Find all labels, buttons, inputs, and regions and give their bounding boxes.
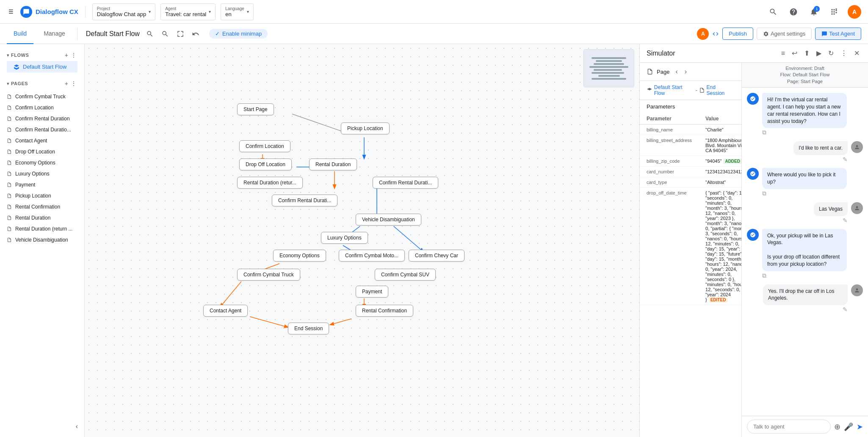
add-icon[interactable]: ⊕ [834,422,840,431]
flow-node-confirm-cymbal-truck[interactable]: Confirm Cymbal Truck [237,269,300,281]
flow-node-drop-off-location[interactable]: Drop Off Location [239,159,292,170]
search-button[interactable] [766,5,780,19]
minimap-line [596,60,622,62]
sidebar-collapse-button[interactable]: ‹ [72,421,81,432]
flow-menu-icon[interactable]: ⋮ [70,51,77,59]
edit-icon[interactable]: ✎ [843,306,848,313]
flow-canvas[interactable]: Start PagePickup LocationConfirm Locatio… [85,44,639,437]
flow-node-confirm-cymbal-moto[interactable]: Confirm Cymbal Moto... [339,250,405,262]
flow-node-rental-duration[interactable]: Rental Duration [309,159,357,170]
flow-node-end-session[interactable]: End Session [288,323,329,334]
page-item-icon [7,237,12,242]
flow-node-luxury-options[interactable]: Luxury Options [321,232,368,244]
sidebar-page-item[interactable]: Rental Confirmation [0,201,84,212]
flow-node-confirm-rental-durat-1[interactable]: Confirm Rental Durati... [373,177,438,189]
language-dropdown[interactable]: Language en ▾ [221,3,254,20]
sidebar-page-item[interactable]: Economy Options [0,157,84,168]
flow-node-contact-agent[interactable]: Contact Agent [203,305,248,317]
sidebar-page-item[interactable]: Luxury Options [0,168,84,179]
project-dropdown[interactable]: Project Dialogflow Chat app ▾ [92,3,155,20]
flow-node-start-page[interactable]: Start Page [237,103,274,115]
flow-node-rental-confirmation[interactable]: Rental Confirmation [356,305,413,317]
copy-icon[interactable]: ⧉ [762,272,766,279]
sim-list-icon[interactable]: ≡ [780,48,787,59]
minimap-line [594,69,622,71]
sidebar-page-item[interactable]: Confirm Cymbal Truck [0,91,84,102]
flow-node-confirm-cymbal-suv[interactable]: Confirm Cymbal SUV [375,269,436,281]
chat-message-user: I'd like to rent a car. ✎ [747,141,863,163]
agent-bubble: Where would you like to pick it up? [762,168,847,189]
minimap-line [592,72,624,74]
flow-node-confirm-chevy-car[interactable]: Confirm Chevy Car [409,250,464,262]
minimap-toggle[interactable]: ✓ Enable minimap [209,29,268,39]
sidebar-page-item[interactable]: Contact Agent [0,135,84,146]
sidebar-page-item[interactable]: Confirm Location [0,102,84,113]
zoom-magnify-icon[interactable] [143,27,157,41]
manage-tab[interactable]: Manage [37,24,72,44]
build-tab[interactable]: Build [7,24,33,44]
topbar-right: 1 A [766,5,861,19]
chat-input[interactable] [747,420,831,434]
test-agent-button[interactable]: Test Agent [815,28,861,40]
sidebar-page-item[interactable]: Payment [0,179,84,190]
flow-node-economy-options[interactable]: Economy Options [273,250,326,262]
sidebar-page-item[interactable]: Pickup Location [0,190,84,201]
value-col-header: Value [699,113,742,125]
sim-more-icon[interactable]: ⋮ [839,47,849,59]
breadcrumb-separator: - [696,87,697,93]
sim-undo-icon[interactable]: ↩ [790,47,799,59]
help-button[interactable] [787,5,800,19]
params-next-button[interactable]: › [682,67,689,76]
sim-export-icon[interactable]: ⬆ [802,47,811,59]
flow-node-payment[interactable]: Payment [356,286,388,298]
svg-line-13 [250,317,288,327]
breadcrumb-flow-link[interactable]: Default Start Flow [654,84,694,96]
sim-play-icon[interactable]: ▶ [815,47,823,59]
mic-icon[interactable]: 🎤 [844,422,853,431]
settings-label: Agent settings [771,31,805,37]
params-prev-button[interactable]: ‹ [673,67,680,76]
sidebar-page-item[interactable]: Rental Duration (return ... [0,223,84,234]
sim-close-icon[interactable]: ✕ [852,47,861,59]
agent-dropdown[interactable]: Agent Travel: car rental ▾ [160,3,216,20]
secondbar-avatar[interactable]: A [697,28,709,40]
send-icon[interactable]: ➤ [857,422,863,431]
add-flow-icon[interactable]: + [64,51,69,59]
copy-icon[interactable]: ⧉ [762,129,766,136]
sidebar-page-item[interactable]: Confirm Rental Duratio... [0,124,84,135]
flow-node-confirm-rental-durat-2[interactable]: Confirm Rental Durati... [272,195,337,206]
sim-refresh-icon[interactable]: ↻ [827,47,835,59]
undo-icon[interactable] [189,27,202,41]
page-item-icon [7,226,12,231]
sidebar-page-item[interactable]: Drop Off Location [0,146,84,157]
page-menu-icon[interactable]: ⋮ [70,79,77,88]
agent-avatar [747,168,759,180]
flow-node-pickup-location[interactable]: Pickup Location [341,122,390,134]
add-page-icon[interactable]: + [64,79,69,88]
agent-settings-button[interactable]: Agent settings [757,28,812,40]
notifications-button[interactable]: 1 [807,5,821,19]
sidebar-page-item[interactable]: Confirm Rental Duration [0,113,84,124]
user-avatar[interactable]: A [848,5,861,19]
page-item-label: Confirm Rental Duration [15,116,70,122]
sidebar-page-item[interactable]: Vehicle Disambiguation [0,234,84,245]
apps-button[interactable] [827,5,841,19]
sidebar-item-default-start-flow[interactable]: Default Start Flow [7,61,77,72]
simulator-header: Simulator ≡ ↩ ⬆ ▶ ↻ ⋮ ✕ [640,44,868,63]
copy-icon[interactable]: ⧉ [762,190,766,197]
edit-icon[interactable]: ✎ [843,217,848,224]
search-flow-icon[interactable] [158,27,172,41]
flow-node-vehicle-disambiguation[interactable]: Vehicle Disambiguation [356,214,421,225]
breadcrumb-page-link[interactable]: End Session [707,84,735,96]
publish-button[interactable]: Publish [722,28,753,40]
sidebar-page-item[interactable]: Rental Duration [0,212,84,223]
edit-icon[interactable]: ✎ [843,156,848,163]
page-item-icon [7,182,12,187]
settings-icon [763,31,769,37]
parameters-table: Parameter Value billing_name "Charlie" b… [640,113,742,305]
pages-section: ▾ PAGES + ⋮ Confirm Cymbal Truck Confirm… [0,76,84,245]
fit-view-icon[interactable] [174,27,187,41]
flow-node-rental-duration-retur[interactable]: Rental Duration (retur... [237,177,303,189]
hamburger-menu[interactable]: ☰ [7,7,15,17]
flow-node-confirm-location[interactable]: Confirm Location [239,140,290,152]
